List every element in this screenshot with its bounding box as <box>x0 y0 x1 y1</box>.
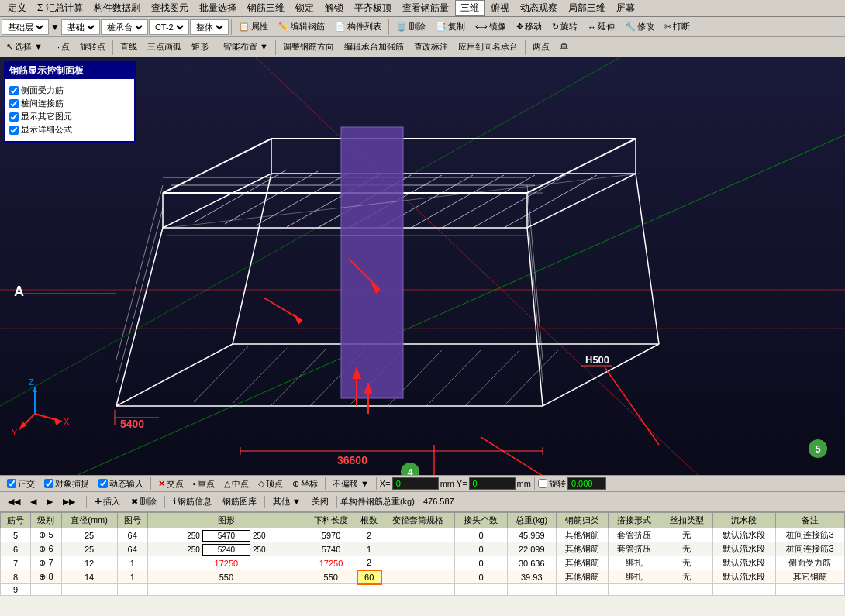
check-show-formula-input[interactable] <box>9 126 19 135</box>
cell-splice: 套管挤压 <box>609 528 660 542</box>
check-show-other[interactable]: 显示其它图元 <box>9 111 130 122</box>
no-offset-button[interactable]: 不偏移 ▼ <box>329 477 373 490</box>
rebar-info-button[interactable]: ℹ 钢筋信息 <box>168 494 216 510</box>
y-unit-label: mm Y= <box>440 479 467 488</box>
x-label: X= <box>380 479 391 488</box>
id-dropdown[interactable]: CT-2 <box>149 19 189 35</box>
sep4 <box>112 40 113 55</box>
move-button[interactable]: ✥ 移动 <box>512 19 547 36</box>
insert-button[interactable]: ✚ 插入 <box>90 494 125 510</box>
table-row[interactable]: 5 ⊕ 5 25 64 250 5470 250 5970 2 0 45.969… <box>1 528 845 542</box>
component-dropdown[interactable]: 桩承台 <box>101 19 148 35</box>
coord-button[interactable]: ⊕ 坐标 <box>288 477 322 490</box>
point-button[interactable]: · 点 <box>53 39 74 56</box>
extend-button[interactable]: ↔ 延伸 <box>583 19 619 36</box>
ortho-check[interactable] <box>7 479 16 488</box>
check-side-force[interactable]: 侧面受力筋 <box>9 84 130 96</box>
snap-toolbar: 正交 对象捕捉 动态输入 ✕ 交点 ▪ 重点 △ 中点 ◇ 顶点 ⊕ 坐标 不偏… <box>0 475 845 492</box>
apply-same-button[interactable]: 应用到同名承台 <box>454 39 523 56</box>
viewport-container[interactable]: 5400 36600 H500 A 4 5 Z X <box>0 57 845 475</box>
vertex-button[interactable]: ◇ 顶点 <box>254 477 287 490</box>
select-button[interactable]: ↖ 选择 ▼ <box>2 39 47 56</box>
edit-rebar-button[interactable]: ✏️ 编辑钢筋 <box>274 19 329 36</box>
check-pile-connect-input[interactable] <box>9 99 19 108</box>
menu-view-rebar[interactable]: 查看钢筋量 <box>398 1 454 15</box>
cell-reducer <box>381 570 455 584</box>
other-button[interactable]: 其他 ▼ <box>268 494 305 510</box>
table-row[interactable]: 8 ⊕ 8 14 1 550 550 60 0 39.93 其他钢筋 绑扎 无 … <box>1 570 845 584</box>
check-show-other-input[interactable] <box>9 112 19 122</box>
menu-dynamic-observe[interactable]: 动态观察 <box>516 1 562 15</box>
menu-top-view[interactable]: 俯视 <box>486 1 514 15</box>
nav-prev-button[interactable]: ◀ <box>26 494 41 510</box>
intersection-button[interactable]: ✕ 交点 <box>154 477 188 490</box>
rect-button[interactable]: 矩形 <box>187 39 213 56</box>
view-dropdown[interactable]: 整体 <box>190 19 229 35</box>
col-category: 钢筋归类 <box>556 513 608 528</box>
cell-count: 1 <box>357 542 381 556</box>
line-button[interactable]: 直线 <box>116 39 142 56</box>
rotate-check[interactable] <box>538 479 547 488</box>
menu-local-3d[interactable]: 局部三维 <box>564 1 610 15</box>
modify-button[interactable]: 🔧 修改 <box>620 19 659 36</box>
col-reducer: 变径套筒规格 <box>381 513 455 528</box>
menu-lock[interactable]: 锁定 <box>291 1 319 15</box>
menu-find[interactable]: 查找图元 <box>147 1 193 15</box>
rebar-list-area: ◀◀ ◀ ▶ ▶▶ ✚ 插入 ✖ 删除 ℹ 钢筋信息 钢筋图库 其他 ▼ 关闭 <box>0 492 845 616</box>
menu-3d[interactable]: 三维 <box>455 0 485 16</box>
menu-component-brush[interactable]: 构件数据刷 <box>89 1 145 15</box>
cell-note: 桩间连接筋3 <box>775 528 844 542</box>
dynamic-input-button[interactable]: 动态输入 <box>95 477 147 490</box>
menu-batch-select[interactable]: 批量选择 <box>195 1 241 15</box>
menu-define[interactable]: 定义 <box>3 1 31 15</box>
table-row[interactable]: 9 <box>1 584 845 596</box>
menu-align-top[interactable]: 平齐板顶 <box>350 1 396 15</box>
y-coord: 0 <box>469 477 516 490</box>
check-show-formula[interactable]: 显示详细公式 <box>9 124 130 136</box>
check-pile-connect[interactable]: 桩间连接筋 <box>9 98 130 109</box>
endpoint-button[interactable]: ▪ 重点 <box>189 477 219 490</box>
table-row[interactable]: 6 ⊕ 6 25 64 250 5240 250 5740 1 0 22.099… <box>1 542 845 556</box>
snap-sep3 <box>376 477 377 490</box>
object-snap-button[interactable]: 对象捕捉 <box>40 477 93 490</box>
menu-unlock[interactable]: 解锁 <box>320 1 348 15</box>
x-coord: 0 <box>392 477 439 490</box>
attr-button[interactable]: 📋 属性 <box>234 19 273 36</box>
cell-dia: 14 <box>61 570 117 584</box>
delete-button[interactable]: 🗑️ 删除 <box>391 19 430 36</box>
table-row[interactable]: 7 ⊕ 7 12 1 17250 17250 2 0 30.636 其他钢筋 绑… <box>1 556 845 570</box>
layer-dropdown[interactable]: 基础层 <box>2 19 49 35</box>
break-button[interactable]: ✂ 打断 <box>660 19 695 36</box>
dynamic-input-check[interactable] <box>98 479 108 488</box>
rotate-button[interactable]: ↻ 旋转 <box>547 19 582 36</box>
single-button[interactable]: 单 <box>555 39 573 56</box>
adjust-dir-button[interactable]: 调整钢筋方向 <box>278 39 339 56</box>
menu-screen[interactable]: 屏幕 <box>612 1 640 15</box>
two-point-button[interactable]: 两点 <box>528 39 554 56</box>
edit-cap-button[interactable]: 编辑承台加强筋 <box>340 39 409 56</box>
cell-category: 其他钢筋 <box>556 570 608 584</box>
smart-place-button[interactable]: 智能布置 ▼ <box>219 39 273 56</box>
delete-rebar-button[interactable]: ✖ 删除 <box>126 494 161 510</box>
menu-rebar-3d[interactable]: 钢筋三维 <box>243 1 289 15</box>
menu-summary[interactable]: Σ 汇总计算 <box>33 1 88 15</box>
nav-first-button[interactable]: ◀◀ <box>3 494 25 510</box>
nav-last-button[interactable]: ▶▶ <box>58 494 80 510</box>
arc-button[interactable]: 三点画弧 <box>143 39 186 56</box>
rebar-lib-button[interactable]: 钢筋图库 <box>218 494 261 510</box>
midpoint-button[interactable]: △ 中点 <box>220 477 253 490</box>
mirror-button[interactable]: ⟺ 镜像 <box>471 19 511 36</box>
cell-count <box>357 584 381 596</box>
nav-next-button[interactable]: ▶ <box>42 494 57 510</box>
object-snap-check[interactable] <box>44 479 53 488</box>
type-dropdown[interactable]: 基础 <box>61 19 100 35</box>
rotate-point-button[interactable]: 旋转点 <box>75 39 110 56</box>
copy-button[interactable]: 📑 复制 <box>431 19 470 36</box>
check-mark-button[interactable]: 查改标注 <box>409 39 453 56</box>
snap-sep2 <box>325 477 326 490</box>
ortho-button[interactable]: 正交 <box>3 477 39 490</box>
component-list-button[interactable]: 📄 构件列表 <box>330 19 386 36</box>
check-side-force-input[interactable] <box>9 86 19 95</box>
close-button[interactable]: 关闭 <box>307 494 333 510</box>
rotate-label: 旋转 <box>549 478 566 490</box>
